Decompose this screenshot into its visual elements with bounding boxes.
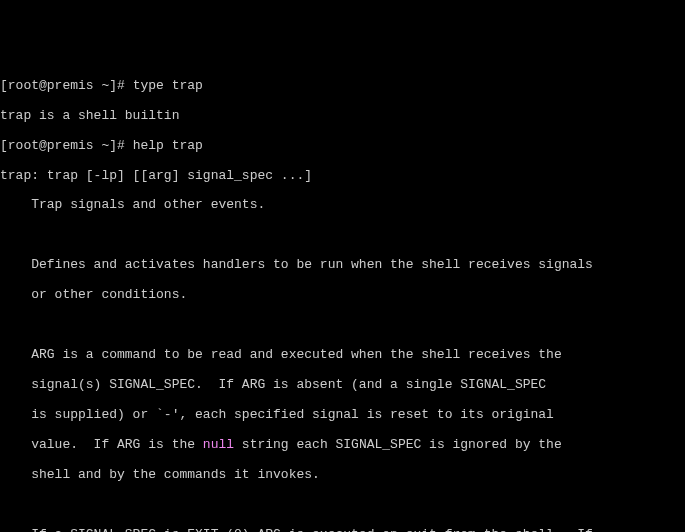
prompt-line: [root@premis ~]# help trap — [0, 139, 685, 154]
terminal-output[interactable]: [root@premis ~]# type trap trap is a she… — [0, 60, 685, 532]
output-blank — [0, 228, 685, 243]
output-blank — [0, 498, 685, 513]
output-line: trap is a shell builtin — [0, 109, 685, 124]
shell-prompt: [root@premis ~]# — [0, 78, 133, 93]
output-line: Defines and activates handlers to be run… — [0, 258, 685, 273]
highlight-null: null — [203, 437, 234, 452]
output-line: signal(s) SIGNAL_SPEC. If ARG is absent … — [0, 378, 685, 393]
command-text: help trap — [133, 138, 203, 153]
command-text: type trap — [133, 78, 203, 93]
prompt-line: [root@premis ~]# type trap — [0, 79, 685, 94]
output-line: shell and by the commands it invokes. — [0, 468, 685, 483]
output-line: Trap signals and other events. — [0, 198, 685, 213]
output-line: or other conditions. — [0, 288, 685, 303]
output-line: value. If ARG is the null string each SI… — [0, 438, 685, 453]
shell-prompt: [root@premis ~]# — [0, 138, 133, 153]
output-line: is supplied) or `-', each specified sign… — [0, 408, 685, 423]
output-line: ARG is a command to be read and executed… — [0, 348, 685, 363]
output-line: trap: trap [-lp] [[arg] signal_spec ...] — [0, 169, 685, 184]
output-blank — [0, 318, 685, 333]
output-line: If a SIGNAL_SPEC is EXIT (0) ARG is exec… — [0, 528, 685, 532]
